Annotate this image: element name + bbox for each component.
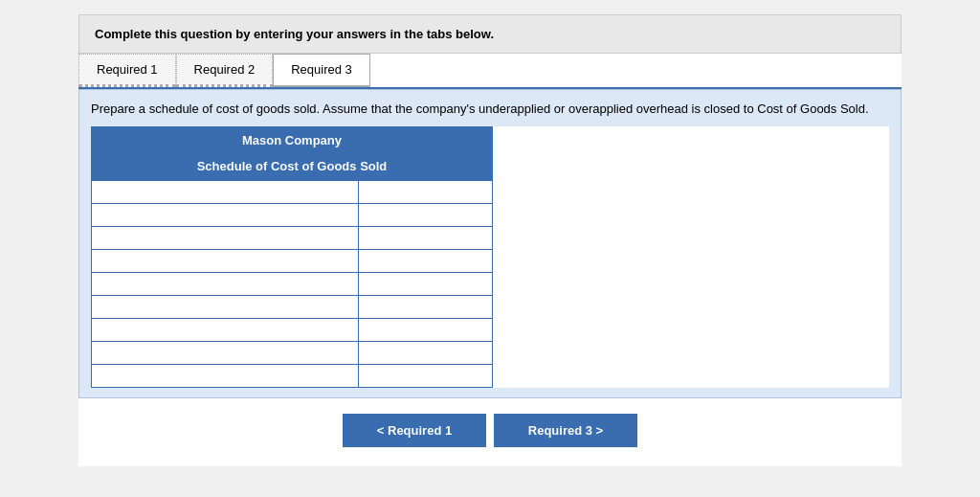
table-row [92, 318, 493, 341]
next-button[interactable]: Required 3 > [494, 414, 637, 447]
table-row [92, 203, 493, 226]
instruction-text: Complete this question by entering your … [95, 27, 494, 41]
table-row [92, 180, 493, 203]
row-value[interactable] [359, 341, 493, 364]
table-subtitle-cell: Schedule of Cost of Goods Sold [92, 153, 493, 180]
row-value[interactable] [359, 249, 493, 272]
row-label[interactable] [92, 180, 359, 203]
content-description: Prepare a schedule of cost of goods sold… [91, 100, 889, 119]
table-subtitle-row: Schedule of Cost of Goods Sold [92, 153, 493, 180]
table-row [92, 295, 493, 318]
row-label[interactable] [92, 203, 359, 226]
row-value[interactable] [359, 364, 493, 387]
row-label[interactable] [92, 341, 359, 364]
tab-required-1[interactable]: Required 1 [78, 54, 176, 87]
prev-button[interactable]: < Required 1 [343, 414, 486, 447]
table-row [92, 272, 493, 295]
cost-of-goods-table: Mason Company Schedule of Cost of Goods … [91, 126, 493, 388]
row-label[interactable] [92, 295, 359, 318]
row-value[interactable] [359, 295, 493, 318]
table-row [92, 226, 493, 249]
company-name-cell: Mason Company [92, 126, 493, 153]
row-label[interactable] [92, 272, 359, 295]
row-value[interactable] [359, 180, 493, 203]
row-label[interactable] [92, 226, 359, 249]
row-label[interactable] [92, 364, 359, 387]
tab-required-3[interactable]: Required 3 [273, 54, 370, 87]
tab-required-2[interactable]: Required 2 [176, 54, 274, 87]
nav-buttons: < Required 1 Required 3 > [78, 414, 902, 466]
tabs-row: Required 1 Required 2 Required 3 [78, 54, 902, 89]
row-label[interactable] [92, 318, 359, 341]
row-value[interactable] [359, 203, 493, 226]
table-row [92, 249, 493, 272]
row-value[interactable] [359, 272, 493, 295]
table-section: Mason Company Schedule of Cost of Goods … [91, 126, 889, 388]
content-area: Prepare a schedule of cost of goods sold… [78, 89, 902, 398]
row-value[interactable] [359, 318, 493, 341]
row-value[interactable] [359, 226, 493, 249]
table-row [92, 341, 493, 364]
table-row [92, 364, 493, 387]
row-label[interactable] [92, 249, 359, 272]
instruction-bar: Complete this question by entering your … [78, 14, 902, 54]
table-company-name-row: Mason Company [92, 126, 493, 153]
